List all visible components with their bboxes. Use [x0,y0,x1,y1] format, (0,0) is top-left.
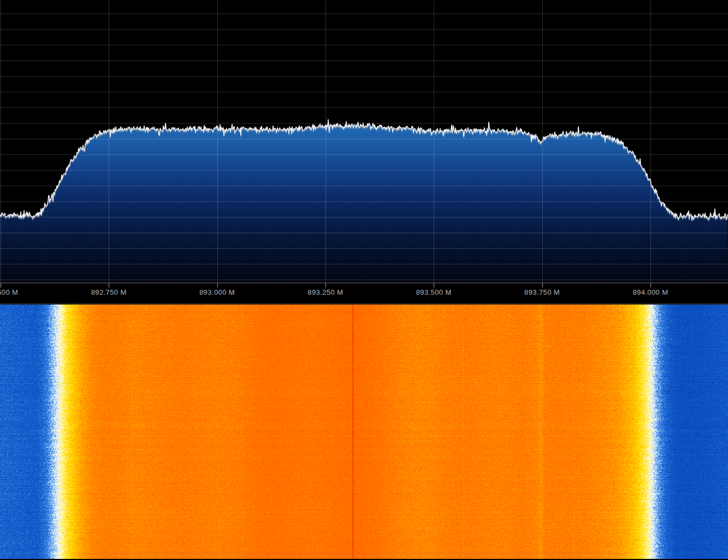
frequency-axis: 892.500 M892.750 M893.000 M893.250 M893.… [0,283,728,303]
waterfall-panel[interactable] [0,303,728,559]
spectrum-plot[interactable] [0,0,728,283]
waterfall-plot[interactable] [0,305,728,559]
freq-tick-label: 894.000 M [632,288,668,296]
freq-tick-label: 892.500 M [0,288,18,296]
freq-tick-label: 893.750 M [524,288,560,296]
freq-tick-mark [217,283,218,288]
freq-tick-label: 893.500 M [416,288,452,296]
freq-tick-mark [542,283,543,288]
freq-tick-mark [325,283,326,288]
freq-tick-label: 893.250 M [307,288,343,296]
freq-tick-mark [434,283,434,288]
freq-tick-mark [109,283,109,288]
spectrum-panel[interactable] [0,0,728,283]
freq-tick-label: 892.750 M [91,288,127,296]
freq-tick-mark [1,283,1,288]
sdr-display: 892.500 M892.750 M893.000 M893.250 M893.… [0,0,728,560]
freq-tick-mark [650,283,651,288]
freq-tick-label: 893.000 M [199,288,235,296]
